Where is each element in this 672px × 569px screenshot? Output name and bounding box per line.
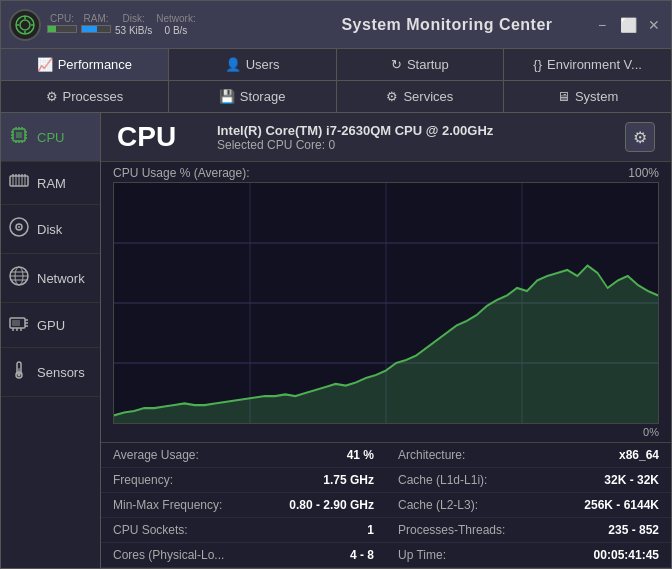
ram-icon bbox=[9, 174, 29, 192]
sidebar-item-gpu[interactable]: GPU bbox=[1, 303, 100, 348]
tab-storage[interactable]: 💾 Storage bbox=[169, 81, 337, 112]
tab-storage-label: Storage bbox=[240, 89, 286, 104]
stat-row-cores: Cores (Physical-Lo... 4 - 8 bbox=[101, 543, 386, 568]
main-content: CPU bbox=[1, 113, 671, 568]
stat-row-sockets: CPU Sockets: 1 bbox=[101, 518, 386, 543]
users-icon: 👤 bbox=[225, 57, 241, 72]
tab-services[interactable]: ⚙ Services bbox=[337, 81, 505, 112]
sidebar-cpu-label: CPU bbox=[37, 130, 64, 145]
services-icon: ⚙ bbox=[386, 89, 398, 104]
processes-icon: ⚙ bbox=[46, 89, 58, 104]
graph-max-label: 100% bbox=[628, 166, 659, 180]
tab-performance[interactable]: 📈 Performance bbox=[1, 49, 169, 80]
ram-mini-bar bbox=[81, 25, 111, 33]
graph-container: CPU Usage % (Average): 100% bbox=[101, 162, 671, 442]
window-title: System Monitoring Center bbox=[301, 16, 593, 34]
tab-services-label: Services bbox=[403, 89, 453, 104]
tab-environment[interactable]: {} Environment V... bbox=[504, 49, 671, 80]
sensors-icon bbox=[9, 360, 29, 384]
sidebar-ram-label: RAM bbox=[37, 176, 66, 191]
close-button[interactable]: ✕ bbox=[645, 16, 663, 34]
title-bar: CPU: RAM: Disk: bbox=[1, 1, 671, 49]
gpu-icon bbox=[9, 315, 29, 335]
minimize-button[interactable]: − bbox=[593, 16, 611, 34]
cache-l1-label: Cache (L1d-L1i): bbox=[398, 473, 604, 487]
stat-row-architecture: Architecture: x86_64 bbox=[386, 443, 671, 468]
content-panel: CPU Intel(R) Core(TM) i7-2630QM CPU @ 2.… bbox=[101, 113, 671, 568]
sidebar-network-label: Network bbox=[37, 271, 85, 286]
cpu-mini-bar bbox=[47, 25, 77, 33]
tab-system[interactable]: 🖥 System bbox=[504, 81, 671, 112]
min-max-freq-value: 0.80 - 2.90 GHz bbox=[289, 498, 374, 512]
sidebar-item-sensors[interactable]: Sensors bbox=[1, 348, 100, 397]
cpu-panel-title: CPU bbox=[117, 121, 197, 153]
environment-icon: {} bbox=[533, 57, 542, 72]
stat-row-min-max-freq: Min-Max Frequency: 0.80 - 2.90 GHz bbox=[101, 493, 386, 518]
nav-row-2: ⚙ Processes 💾 Storage ⚙ Services 🖥 Syste… bbox=[1, 81, 671, 113]
graph-label: CPU Usage % (Average): bbox=[113, 166, 250, 180]
cache-l2-l3-value: 256K - 6144K bbox=[584, 498, 659, 512]
settings-button[interactable]: ⚙ bbox=[625, 122, 655, 152]
sockets-value: 1 bbox=[367, 523, 374, 537]
title-bar-left: CPU: RAM: Disk: bbox=[9, 9, 301, 41]
architecture-label: Architecture: bbox=[398, 448, 619, 462]
svg-point-33 bbox=[18, 226, 20, 228]
svg-rect-40 bbox=[12, 320, 20, 326]
tab-users[interactable]: 👤 Users bbox=[169, 49, 337, 80]
app-icon bbox=[9, 9, 41, 41]
cpu-info: Intel(R) Core(TM) i7-2630QM CPU @ 2.00GH… bbox=[217, 123, 625, 152]
stat-row-uptime: Up Time: 00:05:41:45 bbox=[386, 543, 671, 568]
stat-row-frequency: Frequency: 1.75 GHz bbox=[101, 468, 386, 493]
stat-row-average-usage: Average Usage: 41 % bbox=[101, 443, 386, 468]
sidebar: CPU bbox=[1, 113, 101, 568]
tab-processes[interactable]: ⚙ Processes bbox=[1, 81, 169, 112]
average-usage-label: Average Usage: bbox=[113, 448, 347, 462]
cpu-icon bbox=[9, 125, 29, 149]
graph-min-label: 0% bbox=[643, 426, 659, 438]
stat-row-cache-l2-l3: Cache (L2-L3): 256K - 6144K bbox=[386, 493, 671, 518]
sidebar-item-cpu[interactable]: CPU bbox=[1, 113, 100, 162]
ram-stat-group: RAM: bbox=[81, 13, 111, 36]
network-stat-group: Network: 0 B/s bbox=[156, 13, 195, 36]
stats-table: Average Usage: 41 % Architecture: x86_64… bbox=[101, 442, 671, 568]
cpu-header: CPU Intel(R) Core(TM) i7-2630QM CPU @ 2.… bbox=[101, 113, 671, 162]
main-window: CPU: RAM: Disk: bbox=[0, 0, 672, 569]
ram-stat-label: RAM: bbox=[84, 13, 109, 24]
svg-point-50 bbox=[18, 374, 21, 377]
tab-startup[interactable]: ↻ Startup bbox=[337, 49, 505, 80]
disk-stat-value: 53 KiB/s bbox=[115, 25, 152, 36]
sidebar-item-network[interactable]: Network bbox=[1, 254, 100, 303]
frequency-value: 1.75 GHz bbox=[323, 473, 374, 487]
network-icon bbox=[9, 266, 29, 290]
tab-processes-label: Processes bbox=[63, 89, 124, 104]
stat-row-processes-threads: Processes-Threads: 235 - 852 bbox=[386, 518, 671, 543]
svg-rect-7 bbox=[16, 132, 22, 138]
cache-l2-l3-label: Cache (L2-L3): bbox=[398, 498, 584, 512]
cpu-stat-label: CPU: bbox=[50, 13, 74, 24]
cores-label: Cores (Physical-Lo... bbox=[113, 548, 350, 562]
tab-startup-label: Startup bbox=[407, 57, 449, 72]
tab-system-label: System bbox=[575, 89, 618, 104]
disk-icon bbox=[9, 217, 29, 241]
window-controls: − ⬜ ✕ bbox=[593, 16, 663, 34]
system-stats: CPU: RAM: Disk: bbox=[47, 13, 196, 36]
cpu-bar-fill bbox=[48, 26, 56, 32]
sidebar-item-ram[interactable]: RAM bbox=[1, 162, 100, 205]
performance-icon: 📈 bbox=[37, 57, 53, 72]
startup-icon: ↻ bbox=[391, 57, 402, 72]
cache-l1-value: 32K - 32K bbox=[604, 473, 659, 487]
cpu-graph bbox=[113, 182, 659, 424]
processes-threads-label: Processes-Threads: bbox=[398, 523, 608, 537]
min-max-freq-label: Min-Max Frequency: bbox=[113, 498, 289, 512]
sidebar-sensors-label: Sensors bbox=[37, 365, 85, 380]
uptime-value: 00:05:41:45 bbox=[594, 548, 659, 562]
architecture-value: x86_64 bbox=[619, 448, 659, 462]
tab-users-label: Users bbox=[246, 57, 280, 72]
maximize-button[interactable]: ⬜ bbox=[619, 16, 637, 34]
disk-stat-label: Disk: bbox=[123, 13, 145, 24]
tab-environment-label: Environment V... bbox=[547, 57, 642, 72]
average-usage-value: 41 % bbox=[347, 448, 374, 462]
sidebar-item-disk[interactable]: Disk bbox=[1, 205, 100, 254]
graph-header: CPU Usage % (Average): 100% bbox=[113, 166, 659, 180]
graph-footer: 0% bbox=[113, 426, 659, 438]
